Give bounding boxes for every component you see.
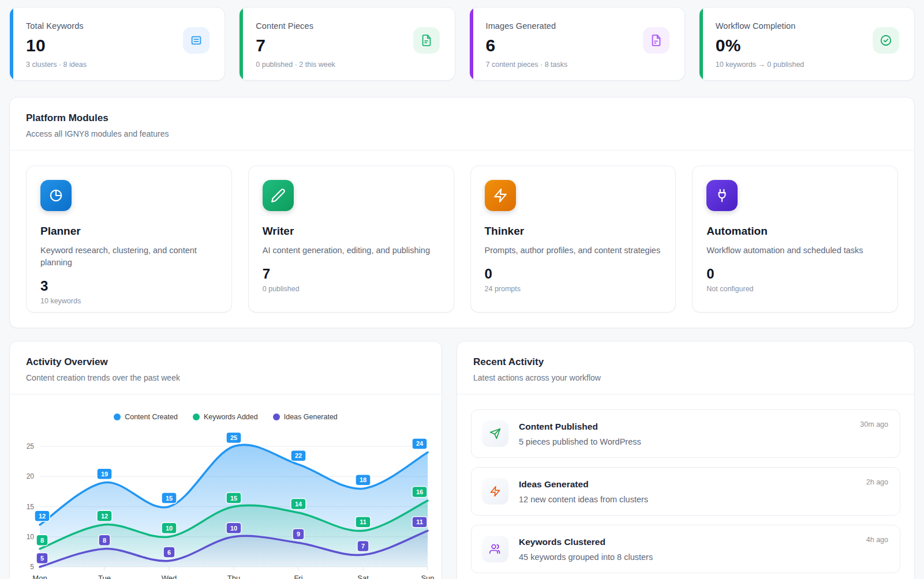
svg-text:Sun: Sun bbox=[421, 574, 434, 579]
svg-text:25: 25 bbox=[230, 434, 237, 441]
svg-text:22: 22 bbox=[295, 452, 302, 459]
stat-card-images-generated: Images Generated67 content pieces · 8 ta… bbox=[469, 7, 685, 81]
stat-subtitle: 7 content pieces · 8 tasks bbox=[486, 61, 669, 69]
activity-overview-header: Activity Overview Content creation trend… bbox=[10, 341, 442, 394]
activity-text: Keywords Clustered45 keywords grouped in… bbox=[519, 537, 653, 562]
svg-text:8: 8 bbox=[40, 537, 44, 544]
legend-item-ideas-generated[interactable]: Ideas Generated bbox=[273, 413, 338, 421]
module-name: Writer bbox=[263, 225, 440, 238]
svg-text:11: 11 bbox=[416, 518, 423, 525]
activity-description: 12 new content ideas from clusters bbox=[519, 495, 648, 504]
module-card-automation[interactable]: AutomationWorkflow automation and schedu… bbox=[692, 166, 898, 313]
svg-text:9: 9 bbox=[297, 531, 300, 537]
file-text-icon bbox=[413, 27, 440, 54]
activity-timestamp: 2h ago bbox=[866, 478, 888, 486]
recent-activity-title: Recent Activity bbox=[473, 356, 898, 368]
legend-item-keywords-added[interactable]: Keywords Added bbox=[193, 413, 258, 421]
pie-chart-icon bbox=[40, 180, 72, 211]
svg-text:Thu: Thu bbox=[227, 574, 240, 579]
module-name: Automation bbox=[706, 225, 884, 238]
module-value: 0 bbox=[706, 266, 884, 282]
activity-chart: 1219152522182481210151411165861097112520… bbox=[17, 426, 435, 579]
module-card-writer[interactable]: WriterAI content generation, editing, an… bbox=[248, 166, 454, 313]
svg-text:Tue: Tue bbox=[98, 574, 111, 579]
chart-data-label: 10 bbox=[162, 522, 177, 533]
activity-item-keywords-clustered: Keywords Clustered45 keywords grouped in… bbox=[471, 525, 900, 573]
svg-text:15: 15 bbox=[27, 503, 35, 511]
module-name: Planner bbox=[40, 225, 218, 238]
activity-overview-section: Activity Overview Content creation trend… bbox=[9, 341, 442, 579]
list-icon bbox=[183, 27, 210, 54]
module-value: 0 bbox=[485, 266, 662, 282]
module-subtitle: 0 published bbox=[263, 285, 440, 293]
chart-data-label: 16 bbox=[412, 487, 427, 498]
chart-data-label: 18 bbox=[356, 475, 371, 486]
plug-icon bbox=[706, 180, 738, 211]
svg-text:10: 10 bbox=[166, 525, 173, 532]
chart-data-label: 12 bbox=[97, 510, 112, 521]
svg-text:7: 7 bbox=[361, 543, 365, 550]
stats-row: Total Keywords103 clusters · 8 ideasCont… bbox=[9, 7, 915, 81]
chart-data-label: 6 bbox=[163, 547, 175, 558]
svg-text:5: 5 bbox=[40, 555, 44, 562]
activity-description: 5 pieces published to WordPress bbox=[519, 437, 641, 446]
svg-text:15: 15 bbox=[230, 495, 237, 502]
svg-text:19: 19 bbox=[101, 471, 108, 478]
module-value: 3 bbox=[40, 278, 218, 294]
stat-subtitle: 0 published · 2 this week bbox=[256, 61, 439, 69]
dashboard-page: Total Keywords103 clusters · 8 ideasCont… bbox=[0, 0, 924, 579]
check-circle-icon bbox=[873, 27, 899, 54]
chart-data-label: 9 bbox=[293, 529, 304, 540]
chart-data-label: 19 bbox=[97, 468, 112, 479]
activity-title: Content Published bbox=[519, 422, 641, 432]
chart-data-label: 11 bbox=[356, 517, 371, 528]
legend-item-content-created[interactable]: Content Created bbox=[114, 413, 178, 421]
stat-accent-bar bbox=[10, 7, 13, 80]
activity-item-content-published: Content Published5 pieces published to W… bbox=[471, 409, 900, 458]
module-description: Workflow automation and scheduled tasks bbox=[706, 245, 884, 257]
chart-data-label: 11 bbox=[412, 517, 427, 528]
stat-label: Total Keywords bbox=[26, 21, 210, 31]
chart-legend: Content CreatedKeywords AddedIdeas Gener… bbox=[17, 413, 435, 421]
svg-text:18: 18 bbox=[360, 476, 366, 483]
chart-area: Content CreatedKeywords AddedIdeas Gener… bbox=[10, 394, 442, 579]
recent-activity-list: Content Published5 pieces published to W… bbox=[457, 394, 914, 579]
stat-accent-bar bbox=[240, 7, 243, 80]
svg-text:5: 5 bbox=[30, 563, 34, 571]
module-card-thinker[interactable]: ThinkerPrompts, author profiles, and con… bbox=[470, 166, 676, 313]
activity-description: 45 keywords grouped into 8 clusters bbox=[519, 552, 653, 562]
activity-text: Content Published5 pieces published to W… bbox=[519, 422, 641, 446]
module-name: Thinker bbox=[485, 225, 662, 238]
svg-text:16: 16 bbox=[416, 488, 423, 495]
svg-text:15: 15 bbox=[166, 495, 173, 502]
stat-label: Content Pieces bbox=[256, 21, 439, 31]
stat-card-content-pieces: Content Pieces70 published · 2 this week bbox=[239, 7, 455, 81]
svg-text:12: 12 bbox=[39, 513, 46, 520]
svg-text:20: 20 bbox=[27, 472, 35, 480]
chart-data-label: 8 bbox=[99, 535, 110, 546]
recent-activity-header: Recent Activity Latest actions across yo… bbox=[457, 341, 914, 394]
svg-text:6: 6 bbox=[167, 549, 171, 556]
svg-text:Fri: Fri bbox=[294, 574, 302, 579]
stat-subtitle: 10 keywords → 0 published bbox=[716, 61, 899, 69]
activity-title: Ideas Generated bbox=[519, 479, 648, 490]
users-icon bbox=[482, 536, 508, 562]
chart-data-label: 7 bbox=[357, 541, 369, 552]
stat-accent-bar bbox=[470, 7, 473, 80]
module-subtitle: 10 keywords bbox=[40, 297, 218, 305]
pencil-icon bbox=[263, 180, 294, 211]
zap-icon bbox=[482, 478, 508, 505]
activity-timestamp: 30m ago bbox=[860, 420, 888, 428]
chart-data-label: 8 bbox=[36, 535, 48, 546]
module-card-planner[interactable]: PlannerKeyword research, clustering, and… bbox=[26, 166, 232, 313]
svg-text:12: 12 bbox=[101, 513, 108, 520]
recent-activity-subtitle: Latest actions across your workflow bbox=[473, 373, 898, 382]
chart-data-label: 22 bbox=[291, 450, 306, 461]
chart-data-label: 24 bbox=[412, 438, 427, 449]
svg-text:10: 10 bbox=[230, 525, 237, 532]
stat-card-workflow-completion: Workflow Completion0%10 keywords → 0 pub… bbox=[699, 7, 915, 81]
legend-dot bbox=[193, 413, 200, 420]
svg-text:14: 14 bbox=[295, 501, 302, 507]
chart-data-label: 5 bbox=[36, 553, 48, 564]
svg-text:8: 8 bbox=[103, 537, 106, 544]
